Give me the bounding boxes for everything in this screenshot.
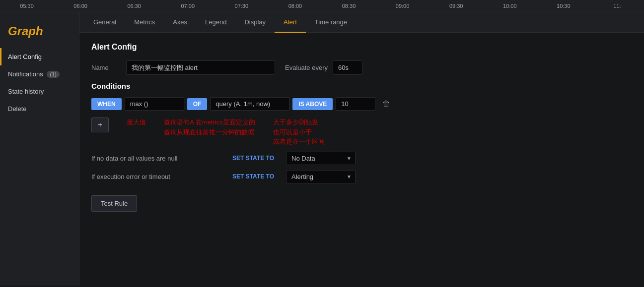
trigger-annotation-1: 大于多少则触发 [273,117,325,127]
name-input[interactable] [126,60,275,75]
trigger-annotation-2: 也可以是小于 [273,127,325,137]
evaluate-input[interactable] [333,60,362,75]
tab-legend[interactable]: Legend [196,12,235,33]
no-data-select-wrapper[interactable]: No Data Alerting Keep Last State OK [286,152,356,165]
evaluate-label: Evaluate every [285,64,328,71]
no-data-row: If no data or all values are null SET ST… [91,152,632,165]
notifications-badge: (1) [47,71,59,78]
annotation-trigger: 大于多少则触发 也可以是小于 或者是在一个区间 [265,117,325,147]
is-above-badge: IS ABOVE [292,98,333,110]
alert-config-panel: Alert Config Name Evaluate every Conditi… [79,33,644,286]
annotation-query: 查询语句A 在metrics里面定义的 查询从现在往前推一分钟的数据 [156,117,255,147]
sidebar-item-delete[interactable]: Delete [0,100,79,117]
add-condition-button[interactable]: + [91,117,109,132]
query-annotation-2: 查询从现在往前推一分钟的数据 [164,127,255,137]
name-label: Name [91,64,121,71]
tab-general[interactable]: General [84,12,125,33]
when-input[interactable] [125,97,184,111]
exec-error-select[interactable]: Alerting Keep Last State OK [286,170,356,183]
when-badge: WHEN [91,98,122,110]
timeline-bar: 05:30 06:00 06:30 07:00 07:30 08:00 08:3… [0,0,644,12]
test-rule-button[interactable]: Test Rule [91,195,137,212]
sidebar-item-label: Delete [8,105,27,113]
condition-row: WHEN OF IS ABOVE 🗑 [91,97,632,111]
tick-4: 07:30 [215,3,268,9]
threshold-input[interactable] [336,97,375,111]
query-annotation-1: 查询语句A 在metrics里面定义的 [164,117,255,127]
sidebar: Graph Alert Config Notifications (1) Sta… [0,12,79,286]
sidebar-item-label: State history [8,88,44,95]
tab-metrics[interactable]: Metrics [125,12,164,33]
no-data-label: If no data or all values are null [91,155,220,162]
sidebar-item-state-history[interactable]: State history [0,83,79,100]
tab-alert[interactable]: Alert [275,12,306,33]
trigger-annotation-3: 或者是在一个区间 [273,137,325,147]
exec-error-label: If execution error or timeout [91,173,220,180]
tab-axes[interactable]: Axes [164,12,196,33]
tick-7: 09:00 [376,3,429,9]
of-input[interactable] [210,97,289,111]
of-badge: OF [187,98,208,110]
sidebar-item-label: Alert Config [8,53,42,60]
tab-display[interactable]: Display [235,12,275,33]
delete-condition-button[interactable]: 🗑 [378,98,394,111]
panel-title: Alert Config [91,43,632,52]
tab-time-range[interactable]: Time range [306,12,356,33]
tick-0: 05:30 [0,3,54,9]
tick-3: 07:00 [161,3,215,9]
exec-error-set-state-badge: SET STATE TO [225,171,281,182]
exec-error-row: If execution error or timeout SET STATE … [91,170,632,183]
exec-error-select-wrapper[interactable]: Alerting Keep Last State OK [286,170,356,183]
tick-9: 10:00 [483,3,537,9]
main-layout: Graph Alert Config Notifications (1) Sta… [0,12,644,286]
no-data-select[interactable]: No Data Alerting Keep Last State OK [286,152,356,165]
annotation-max: 最大值 [119,117,146,147]
sidebar-item-label: Notifications [8,70,43,78]
no-data-set-state-badge: SET STATE TO [225,152,281,164]
max-annotation: 最大值 [127,117,146,127]
tick-8: 09:30 [429,3,483,9]
annotations-area: 最大值 查询语句A 在metrics里面定义的 查询从现在往前推一分钟的数据 大… [119,117,324,147]
content-area: General Metrics Axes Legend Display Aler… [79,12,644,286]
tick-11: 11: [590,3,644,9]
tick-6: 08:30 [322,3,375,9]
add-and-annotations: + 最大值 查询语句A 在metrics里面定义的 查询从现在往前推一分钟的数据… [91,115,632,152]
tab-bar: General Metrics Axes Legend Display Aler… [79,12,644,33]
tick-10: 10:30 [537,3,590,9]
name-row: Name Evaluate every [91,60,632,75]
tick-1: 06:00 [54,3,107,9]
sidebar-title: Graph [0,17,79,48]
sidebar-item-notifications[interactable]: Notifications (1) [0,65,79,83]
tick-2: 06:30 [107,3,161,9]
conditions-title: Conditions [91,82,632,90]
tick-5: 08:00 [268,3,322,9]
sidebar-item-alert-config[interactable]: Alert Config [0,48,79,65]
